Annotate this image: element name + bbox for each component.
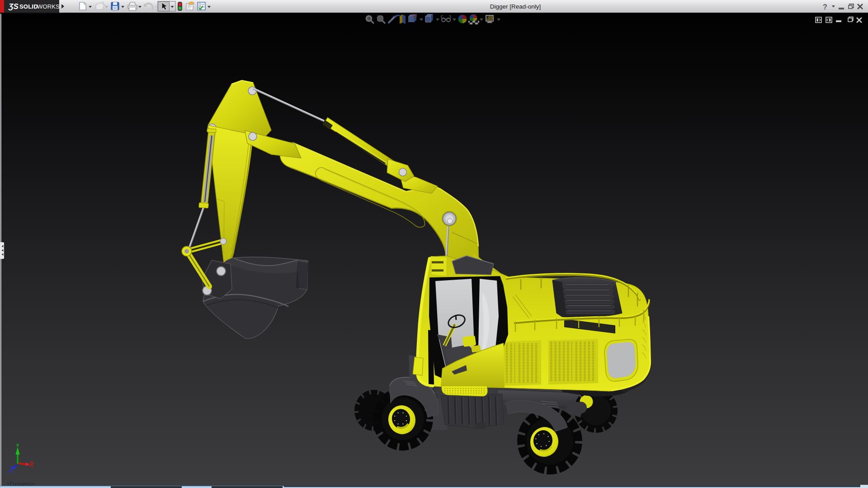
svg-text:ƷS: ƷS [8, 2, 19, 11]
svg-text:?: ? [823, 3, 827, 11]
svg-text:SOLID: SOLID [19, 3, 38, 10]
svg-text:WORKS: WORKS [37, 3, 60, 10]
svg-text:Digger [Read-only]: Digger [Read-only] [490, 3, 541, 10]
